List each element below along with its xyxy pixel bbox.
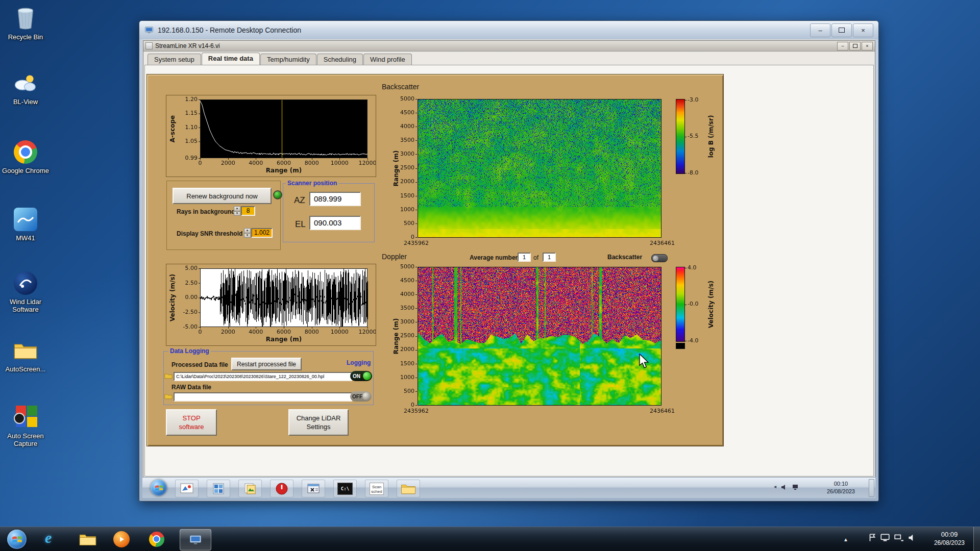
app-icon xyxy=(145,42,153,49)
console-glyph: C:\ xyxy=(341,486,349,491)
raw-path-field[interactable] xyxy=(174,392,352,402)
show-desktop-button[interactable] xyxy=(973,527,980,551)
network-icon[interactable] xyxy=(792,484,800,491)
desktop-icon-autoscreen-folder[interactable]: AutoScreen... xyxy=(2,337,49,373)
average-number-label: Average number xyxy=(470,254,518,261)
rdp-close-button[interactable]: × xyxy=(853,23,873,37)
app-titlebar[interactable]: StreamLine XR v14-6.vi – × xyxy=(143,41,875,52)
app-grid-icon[interactable] xyxy=(207,480,230,497)
app-close-button[interactable]: × xyxy=(862,42,873,51)
folder-icon xyxy=(12,337,39,364)
data-logging-title: Data Logging xyxy=(168,347,211,355)
chrome-icon xyxy=(12,139,39,165)
tab-real-time-data[interactable]: Real time data xyxy=(202,53,260,66)
desktop-icon-bl-view[interactable]: BL-View xyxy=(2,70,49,106)
processed-logging-toggle[interactable]: ON xyxy=(350,371,372,381)
backscatter-heatmap xyxy=(389,95,721,251)
internet-explorer-icon[interactable]: e xyxy=(45,529,52,546)
tab-temp-humidity[interactable]: Temp/humidity xyxy=(260,54,316,65)
app-window: StreamLine XR v14-6.vi – × System setup … xyxy=(143,40,875,478)
paint-icon[interactable] xyxy=(175,480,199,497)
raw-path-browse-icon[interactable] xyxy=(164,393,173,402)
rdp-titlebar[interactable]: 192.168.0.150 - Remote Desktop Connectio… xyxy=(139,21,878,39)
host-clock[interactable]: 00:09 26/08/2023 xyxy=(934,531,965,547)
processed-path-browse-icon[interactable] xyxy=(164,372,173,382)
change-line1: Change LiDAR xyxy=(297,414,341,422)
volume-icon[interactable] xyxy=(780,484,788,491)
renew-background-button[interactable]: Renew background now xyxy=(173,188,272,204)
remote-start-button[interactable] xyxy=(151,480,167,496)
remote-taskbar: C:\ Scan sched ◂ 00:10 26/08/2023 xyxy=(142,477,875,498)
icon-label: AutoScreen... xyxy=(2,365,49,373)
stop-software-button[interactable]: STOP software xyxy=(166,409,217,436)
host-clock-date: 26/08/2023 xyxy=(934,539,965,547)
snr-threshold-label: Display SNR threshold xyxy=(177,230,242,237)
tab-wind-profile[interactable]: Wind profile xyxy=(363,54,412,65)
app-minimize-button[interactable]: – xyxy=(837,42,848,51)
backscatter-toggle-label: Backscatter xyxy=(607,254,642,261)
snr-value-field[interactable]: 1.002 xyxy=(251,228,273,238)
chrome-taskbar-icon[interactable] xyxy=(149,532,164,547)
icon-label: Recycle Bin xyxy=(2,33,49,41)
scan-scheduler-icon[interactable]: Scan sched xyxy=(365,480,388,497)
rdp-app-icon xyxy=(189,534,202,545)
remote-session-icon[interactable] xyxy=(880,533,890,542)
tab-system-setup[interactable]: System setup xyxy=(148,54,201,65)
network-status-icon[interactable] xyxy=(894,533,904,542)
of-label: of xyxy=(533,254,538,261)
change-lidar-settings-button[interactable]: Change LiDAR Settings xyxy=(288,409,349,436)
desktop-icon-wind-lidar[interactable]: Wind Lidar Software xyxy=(2,270,49,313)
raw-logging-toggle[interactable]: OFF xyxy=(350,391,372,402)
az-label: AZ xyxy=(294,195,305,206)
xr-app-window-icon[interactable] xyxy=(302,480,325,497)
snr-spinner[interactable]: ▲▼ xyxy=(244,228,251,238)
rays-value-field[interactable]: 8 xyxy=(241,206,255,216)
explorer-folder-icon[interactable] xyxy=(79,532,97,548)
ascope-plot xyxy=(166,95,376,177)
tray-expand-arrow[interactable]: ▲ xyxy=(840,532,851,546)
folder-icon[interactable] xyxy=(397,480,420,497)
action-center-flag-icon[interactable] xyxy=(868,533,876,542)
tab-strip: System setup Real time data Temp/humidit… xyxy=(148,53,412,65)
remote-clock[interactable]: 00:10 26/08/2023 xyxy=(827,480,855,495)
hidden-icons-arrow[interactable]: ◂ xyxy=(774,484,776,491)
power-button-icon[interactable] xyxy=(270,480,293,497)
remote-show-desktop-button[interactable] xyxy=(869,479,874,497)
processed-data-file-label: Processed Data file xyxy=(172,361,228,368)
realtime-panel: Renew background now Rays in background … xyxy=(146,74,724,446)
tab-page: Renew background now Rays in background … xyxy=(144,65,874,477)
rdp-taskbar-button[interactable] xyxy=(180,529,211,550)
image-viewer-icon[interactable] xyxy=(238,480,262,497)
stop-line1: STOP xyxy=(182,414,200,422)
rays-spinner[interactable]: ▲▼ xyxy=(234,206,240,216)
off-label: OFF xyxy=(352,394,362,399)
rdp-session-desktop: StreamLine XR v14-6.vi – × System setup … xyxy=(142,39,875,498)
renew-background-label: Renew background now xyxy=(186,192,257,200)
media-player-icon[interactable] xyxy=(113,531,130,547)
average-count-field[interactable]: 1 xyxy=(543,253,556,262)
processed-path-field[interactable]: C:\Lidar\Data\Proc\2023\202308\20230826\… xyxy=(174,372,352,381)
start-button[interactable] xyxy=(7,530,27,549)
rdp-maximize-button[interactable] xyxy=(831,23,852,37)
app-restore-button[interactable] xyxy=(849,42,861,51)
tab-scheduling[interactable]: Scheduling xyxy=(317,54,363,65)
desktop-icon-auto-screen-capture[interactable]: Auto Screen Capture xyxy=(2,404,49,447)
desktop-icon-mw41[interactable]: MW41 xyxy=(2,206,49,242)
recycle-bin-icon xyxy=(12,5,39,32)
volume-status-icon[interactable] xyxy=(908,533,916,542)
desktop-icon-recycle-bin[interactable]: Recycle Bin xyxy=(2,5,49,41)
rdp-title-text: 192.168.0.150 - Remote Desktop Connectio… xyxy=(158,26,809,34)
rdp-minimize-button[interactable]: – xyxy=(810,23,830,37)
icon-label: MW41 xyxy=(2,234,49,242)
desktop-icon-google-chrome[interactable]: Google Chrome xyxy=(2,139,49,174)
el-value-field[interactable]: 090.003 xyxy=(309,216,361,230)
host-clock-time: 00:09 xyxy=(934,531,965,539)
rdp-window: 192.168.0.150 - Remote Desktop Connectio… xyxy=(139,20,879,502)
restart-processed-file-button[interactable]: Restart processed file xyxy=(231,358,302,370)
backscatter-toggle[interactable] xyxy=(651,254,668,262)
scan-icon-text: Scan sched xyxy=(370,483,384,495)
change-line2: Settings xyxy=(307,422,331,431)
average-number-field[interactable]: 1 xyxy=(518,253,531,262)
command-prompt-icon[interactable]: C:\ xyxy=(333,480,357,497)
az-value-field[interactable]: 089.999 xyxy=(309,192,361,206)
